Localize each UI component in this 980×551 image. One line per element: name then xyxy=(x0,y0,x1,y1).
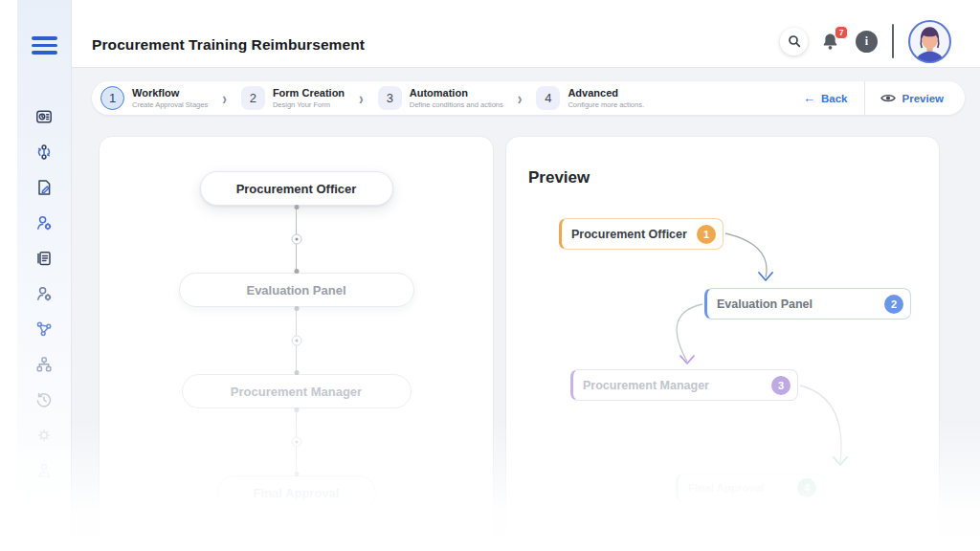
stage-connector xyxy=(290,206,303,273)
step-number-badge: 3 xyxy=(378,86,402,110)
preview-card-evaluation-panel: Evaluation Panel 2 xyxy=(704,288,911,320)
preview-card-final-approval: Final Approval 4 xyxy=(676,474,824,502)
add-stage-button[interactable] xyxy=(291,234,301,245)
preview-stage-number-badge: 3 xyxy=(771,376,791,395)
sidebar xyxy=(17,0,72,551)
org-chart-icon[interactable] xyxy=(34,355,54,374)
preview-panel-title: Preview xyxy=(528,168,590,187)
documents-icon[interactable] xyxy=(34,249,54,268)
stage-label: Procurement Manager xyxy=(231,385,362,399)
history-icon[interactable] xyxy=(34,390,54,409)
step-title: Automation xyxy=(410,87,503,100)
step-subtitle: Create Approval Stages xyxy=(132,100,208,110)
stage-pill-procurement-manager[interactable]: Procurement Manager xyxy=(182,374,412,408)
integrations-icon[interactable] xyxy=(34,320,54,339)
user-avatar[interactable] xyxy=(907,19,952,64)
preview-stage-label: Evaluation Panel xyxy=(717,298,884,311)
step-number-badge: 1 xyxy=(100,86,124,110)
preview-stage-label: Procurement Manager xyxy=(583,379,771,392)
hamburger-menu-icon[interactable] xyxy=(32,36,57,58)
step-form-creation[interactable]: 2 Form Creation Design Your Form xyxy=(241,86,345,110)
chevron-right-icon: › xyxy=(222,89,227,108)
preview-button[interactable]: Preview xyxy=(864,81,965,115)
chevron-right-icon: › xyxy=(359,89,364,108)
preview-card-procurement-officer: Procurement Officer 1 xyxy=(559,218,724,250)
stage-label: Procurement Officer xyxy=(236,182,357,196)
page-title: Procurement Training Reimbursement xyxy=(92,36,365,54)
preview-stage-number-badge: 2 xyxy=(884,295,903,314)
add-stage-button[interactable] xyxy=(291,437,301,448)
header-actions: 7 i xyxy=(780,19,952,63)
group-faded-icon[interactable] xyxy=(34,461,54,480)
preview-card-procurement-manager: Procurement Manager 3 xyxy=(570,369,798,401)
preview-stage-number-badge: 4 xyxy=(797,478,816,497)
step-title: Form Creation xyxy=(273,87,345,100)
stepper-bar: 1 Workflow Create Approval Stages › 2 Fo… xyxy=(92,81,965,115)
dashboard-icon[interactable] xyxy=(34,107,54,126)
step-number-badge: 2 xyxy=(241,86,265,110)
header-divider xyxy=(892,24,894,58)
search-icon[interactable] xyxy=(780,28,808,55)
add-stage-button[interactable] xyxy=(291,336,301,346)
step-title: Workflow xyxy=(132,87,208,100)
approval-workflow-icon[interactable] xyxy=(34,143,54,162)
back-button[interactable]: ← Back xyxy=(803,92,848,104)
workflow-builder-panel: Procurement Officer Evaluation Panel Pro… xyxy=(99,136,494,547)
back-arrow-icon: ← xyxy=(803,92,815,104)
stage-pill-evaluation-panel[interactable]: Evaluation Panel xyxy=(179,273,414,307)
chevron-right-icon: › xyxy=(518,89,523,108)
team-members-icon[interactable] xyxy=(34,284,54,303)
eye-icon xyxy=(880,93,896,103)
step-subtitle: Configure more actions. xyxy=(568,100,644,110)
stage-connector xyxy=(290,408,303,475)
back-button-label: Back xyxy=(821,93,848,104)
step-number-badge: 4 xyxy=(536,86,560,110)
sidebar-icon-list xyxy=(17,107,71,480)
step-subtitle: Define conditions and actions xyxy=(410,100,503,110)
stepper-actions: ← Back Preview xyxy=(803,81,965,115)
form-edit-icon[interactable] xyxy=(34,178,54,197)
preview-panel: Preview Procurement Officer 1 Evaluation… xyxy=(505,136,940,547)
info-icon[interactable]: i xyxy=(856,31,878,53)
step-subtitle: Design Your Form xyxy=(273,100,345,110)
step-title: Advanced xyxy=(568,87,644,100)
settings-faded-icon[interactable] xyxy=(34,426,54,445)
stage-pill-final-approval[interactable]: Final Approval xyxy=(217,475,376,510)
preview-button-label: Preview xyxy=(902,93,944,104)
user-settings-icon[interactable] xyxy=(34,213,54,232)
preview-stage-label: Final Approval xyxy=(688,482,797,494)
preview-stage-label: Procurement Officer xyxy=(571,228,697,241)
notification-bell-icon[interactable]: 7 xyxy=(820,32,840,52)
step-advanced[interactable]: 4 Advanced Configure more actions. xyxy=(536,86,644,110)
step-workflow[interactable]: 1 Workflow Create Approval Stages xyxy=(100,86,208,110)
header: Procurement Training Reimbursement 7 i xyxy=(72,0,980,68)
app-window: Procurement Training Reimbursement 7 i xyxy=(0,0,980,551)
step-automation[interactable]: 3 Automation Define conditions and actio… xyxy=(378,86,503,110)
stage-label: Evaluation Panel xyxy=(246,283,345,298)
stage-label: Final Approval xyxy=(254,486,340,500)
stage-connector xyxy=(290,307,303,374)
stage-pill-procurement-officer[interactable]: Procurement Officer xyxy=(200,171,393,206)
notification-count-badge: 7 xyxy=(835,26,848,39)
preview-stage-number-badge: 1 xyxy=(697,225,716,244)
